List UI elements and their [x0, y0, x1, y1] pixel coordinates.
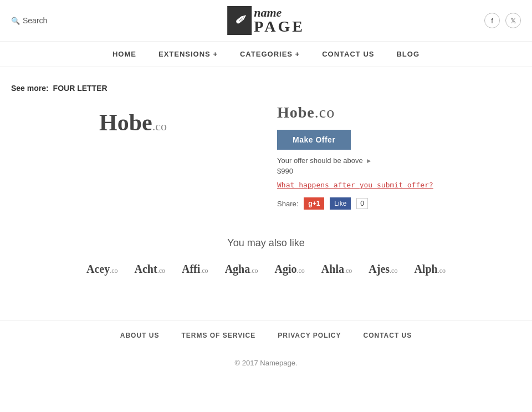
product-logo-area: Hobe.co	[11, 104, 255, 210]
nav-blog[interactable]: BLOG	[396, 50, 420, 58]
logo-page: PAGE	[254, 19, 305, 34]
footer-nav: ABOUT US TERMS OF SERVICE PRIVACY POLICY…	[0, 320, 532, 350]
also-like-title: You may also like	[11, 237, 521, 249]
card-name: Acht	[135, 263, 157, 275]
domain-title: Hobe.co	[277, 104, 521, 121]
nav-categories[interactable]: CATEGORIES +	[240, 50, 300, 58]
fb-like-button[interactable]: Like	[330, 197, 351, 210]
logo-text-block: name PAGE	[252, 7, 305, 34]
what-happens-link[interactable]: What happens after you submit offer?	[277, 181, 521, 189]
see-more-label: See more:	[11, 84, 49, 93]
card-tld: .co	[344, 267, 352, 274]
domain-card[interactable]: Alph.co	[414, 263, 446, 276]
arrow-right-icon: ►	[366, 157, 372, 165]
make-offer-button[interactable]: Make Offer	[277, 130, 351, 150]
header: 🔍 Search ✐ name PAGE f 𝕏	[0, 0, 532, 42]
product-info: Hobe.co Make Offer Your offer should be …	[277, 104, 521, 210]
domain-cards: Acey.coAcht.coAffi.coAgha.coAgio.coAhla.…	[11, 263, 521, 276]
offer-info-label: Your offer should be above	[277, 156, 363, 165]
domain-card[interactable]: Ajes.co	[369, 263, 397, 276]
card-tld: .co	[200, 267, 208, 274]
nav-extensions[interactable]: EXTENSIONS +	[158, 50, 218, 58]
card-name: Affi	[182, 263, 200, 275]
domain-tld-large: .co	[152, 119, 167, 133]
domain-card[interactable]: Affi.co	[182, 263, 208, 276]
domain-card[interactable]: Agha.co	[225, 263, 258, 276]
logo-icon: ✐	[227, 6, 252, 35]
domain-tld-title: .co	[315, 104, 335, 121]
domain-card[interactable]: Acey.co	[86, 263, 118, 276]
nav-contact[interactable]: CONTACT US	[322, 50, 374, 58]
gplus-button[interactable]: g+1	[304, 197, 324, 210]
search-icon: 🔍	[11, 17, 20, 25]
footer-contact[interactable]: CONTACT US	[363, 332, 412, 339]
fb-like-label: Like	[334, 200, 346, 207]
footer-about[interactable]: ABOUT US	[120, 332, 160, 339]
card-name: Agha	[225, 263, 250, 275]
offer-info-text: Your offer should be above ►	[277, 156, 521, 165]
card-name: Agio	[275, 263, 297, 275]
fb-count: 0	[356, 198, 368, 209]
main-nav: HOME EXTENSIONS + CATEGORIES + CONTACT U…	[0, 42, 532, 67]
logo[interactable]: ✐ name PAGE	[227, 6, 305, 35]
footer-terms[interactable]: TERMS OF SERVICE	[181, 332, 255, 339]
domain-card[interactable]: Ahla.co	[321, 263, 352, 276]
main-content: See more: FOUR LETTER Hobe.co Hobe.co Ma…	[0, 67, 532, 287]
domain-card[interactable]: Agio.co	[275, 263, 305, 276]
card-name: Alph	[414, 263, 437, 275]
facebook-icon[interactable]: f	[484, 13, 500, 28]
nav-home[interactable]: HOME	[112, 50, 136, 58]
copyright: © 2017	[235, 359, 258, 367]
card-name: Ajes	[369, 263, 390, 275]
domain-name-large: Hobe	[99, 110, 152, 135]
card-tld: .co	[438, 267, 446, 274]
card-tld: .co	[157, 267, 165, 274]
card-name: Ahla	[321, 263, 344, 275]
share-row: Share: g+1 Like 0	[277, 197, 521, 210]
footer-bottom: © 2017 Namepage.	[0, 350, 532, 384]
card-tld: .co	[110, 267, 117, 274]
domain-card[interactable]: Acht.co	[135, 263, 165, 276]
footer-privacy[interactable]: PRIVACY POLICY	[278, 332, 341, 339]
card-tld: .co	[250, 267, 258, 274]
search-label: Search	[23, 16, 47, 25]
also-like-section: You may also like Acey.coAcht.coAffi.coA…	[11, 237, 521, 276]
twitter-icon[interactable]: 𝕏	[505, 13, 521, 28]
card-tld: .co	[390, 267, 397, 274]
logo-name: name	[254, 7, 305, 19]
domain-name-title: Hobe	[277, 104, 315, 121]
four-letter-link[interactable]: FOUR LETTER	[53, 84, 108, 93]
offer-amount: $990	[277, 167, 521, 175]
logo-box: ✐ name PAGE	[227, 6, 305, 35]
footer-brand[interactable]: Namepage.	[260, 359, 297, 367]
card-tld: .co	[297, 267, 305, 274]
domain-logo-large: Hobe.co	[99, 109, 167, 136]
product-section: Hobe.co Hobe.co Make Offer Your offer sh…	[11, 104, 521, 210]
share-label: Share:	[277, 200, 298, 208]
social-icons: f 𝕏	[484, 13, 521, 28]
card-name: Acey	[86, 263, 110, 275]
search-area[interactable]: 🔍 Search	[11, 16, 47, 25]
breadcrumb: See more: FOUR LETTER	[11, 84, 521, 93]
